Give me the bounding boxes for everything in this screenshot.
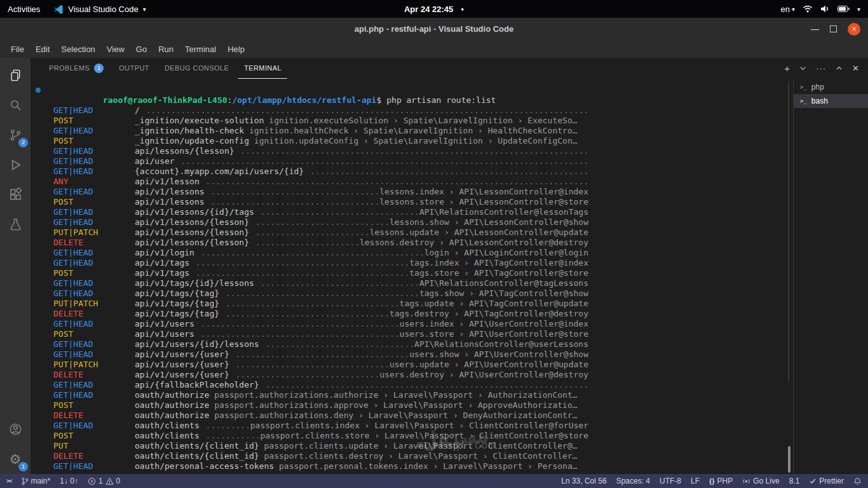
route-action: tags.show › API\TagController@show (419, 288, 588, 299)
vscode-logo-icon (54, 4, 64, 14)
maximize-panel-chevron-icon[interactable] (836, 65, 843, 72)
terminal-profile-chevron-icon[interactable] (799, 65, 806, 72)
eol-indicator[interactable]: LF (691, 477, 700, 485)
route-method: PUT (53, 441, 135, 451)
route-row: GET|HEADapi/v1/tags/{id}/lessons .......… (53, 278, 588, 288)
route-dots: ........................................… (200, 431, 261, 441)
route-method: POST (53, 116, 135, 126)
menu-run[interactable]: Run (153, 43, 179, 56)
route-action: API\RelationsController@userLessons (414, 339, 588, 349)
terminal-scrollbar-thumb[interactable] (788, 446, 790, 473)
panel-tab-problems[interactable]: PROBLEMS1 (43, 58, 109, 79)
manage-gear-icon[interactable]: ⚙ 1 (0, 444, 31, 474)
more-actions-icon[interactable]: ··· (816, 64, 826, 73)
route-dots: ........................................… (219, 309, 390, 319)
panel-tab-debug-console[interactable]: DEBUG CONSOLE (159, 58, 234, 79)
bell-icon (853, 477, 862, 485)
wifi-icon[interactable] (803, 5, 813, 13)
terminal-list-item-bash[interactable]: >_bash (794, 94, 868, 108)
activities-button[interactable]: Activities (8, 4, 40, 14)
route-row: GET|HEADoauth/personal-access-tokens pas… (53, 461, 588, 471)
terminal-prompt-line: raoof@raoof-ThinkPad-L450:/opt/lampp/htd… (43, 85, 793, 95)
route-uri: api/v1/users/{user} (135, 370, 229, 380)
system-menu-chevron-icon[interactable]: ▾ (857, 6, 860, 13)
language-mode-indicator[interactable]: {} PHP (709, 477, 733, 485)
route-row: GET|HEADapi/{fallbackPlaceholder} ......… (53, 380, 588, 390)
app-indicator[interactable]: Visual Studio Code ▾ (54, 4, 146, 14)
keyboard-layout-indicator[interactable]: en ▾ (780, 4, 795, 14)
indentation-indicator[interactable]: Spaces: 4 (616, 477, 650, 485)
minimize-button[interactable]: — (811, 26, 819, 32)
route-action: passport.authorizations.approve › Larave… (209, 400, 577, 410)
route-dots: ........................................… (229, 370, 380, 380)
route-dots: ........................................… (205, 197, 380, 207)
chevron-down-icon: ▾ (143, 6, 146, 13)
maximize-button[interactable] (830, 25, 837, 32)
route-uri: oauth/clients (135, 431, 200, 441)
explorer-icon[interactable] (0, 60, 31, 90)
menu-file[interactable]: File (5, 43, 30, 56)
accounts-icon[interactable] (0, 414, 31, 444)
terminal-output[interactable]: raoof@raoof-ThinkPad-L450:/opt/lampp/htd… (31, 79, 793, 474)
route-uri: api/v1/users/{user} (135, 349, 229, 360)
git-branch-indicator[interactable]: main* (22, 477, 51, 485)
menu-terminal[interactable]: Terminal (179, 43, 222, 56)
php-version-indicator[interactable]: 8.1 (789, 477, 800, 485)
route-dots: ........................................… (249, 217, 390, 227)
menu-selection[interactable]: Selection (55, 43, 100, 56)
menu-go[interactable]: Go (130, 43, 153, 56)
route-method: GET|HEAD (53, 461, 135, 471)
route-uri: api/{fallbackPlaceholder} (135, 380, 259, 390)
terminal-list-item-php[interactable]: >_php (794, 80, 868, 94)
route-method: GET|HEAD (53, 146, 135, 156)
route-row: POSToauth/authorize passport.authorizati… (53, 400, 588, 410)
close-panel-icon[interactable]: ✕ (852, 64, 859, 73)
sync-counts: 1↓ 0↑ (60, 477, 78, 485)
app-indicator-label: Visual Studio Code (68, 4, 138, 14)
new-terminal-button[interactable]: + (784, 63, 790, 74)
menu-help[interactable]: Help (222, 43, 250, 56)
notification-dot: ● (461, 6, 464, 12)
problems-indicator[interactable]: 1 0 (88, 477, 120, 485)
battery-icon[interactable] (837, 6, 850, 12)
panel-tab-terminal[interactable]: TERMINAL (238, 58, 287, 79)
panel-tab-label: OUTPUT (119, 64, 149, 72)
command-decoration-dot[interactable] (36, 88, 41, 93)
terminal-icon: >_ (800, 84, 807, 90)
close-button[interactable]: × (848, 23, 860, 36)
menu-view[interactable]: View (101, 43, 130, 56)
terminal-scrollbar-track[interactable] (788, 81, 789, 381)
bottom-panel: PROBLEMS1OUTPUTDEBUG CONSOLETERMINAL + ·… (31, 58, 868, 474)
git-sync-indicator[interactable]: 1↓ 0↑ (60, 477, 78, 485)
volume-icon[interactable] (820, 5, 830, 13)
prettier-indicator[interactable]: Prettier (809, 477, 844, 485)
route-dots: ........................................… (254, 278, 419, 288)
braces-icon: {} (709, 477, 715, 485)
terminal-label: bash (811, 97, 828, 105)
extensions-icon[interactable] (0, 180, 31, 210)
run-debug-icon[interactable] (0, 150, 31, 180)
route-method: POST (53, 400, 135, 410)
branch-name: main* (31, 477, 51, 485)
route-uri: api/v1/login (135, 248, 194, 258)
route-action: tags.destroy › API\TagController@destroy (390, 309, 588, 319)
route-dots: ........................................… (194, 329, 400, 339)
clock[interactable]: Apr 24 22:45 ● (404, 0, 464, 18)
route-dots: ........................................… (200, 421, 250, 431)
testing-icon[interactable] (0, 210, 31, 240)
go-live-button[interactable]: Go Live (742, 477, 779, 485)
remote-indicator[interactable]: >< (6, 478, 12, 484)
source-control-icon[interactable]: 2 (0, 120, 31, 150)
notifications-bell[interactable] (853, 477, 862, 485)
encoding-indicator[interactable]: UTF-8 (660, 477, 681, 485)
warning-count: 0 (116, 477, 121, 485)
menu-edit[interactable]: Edit (30, 43, 55, 56)
window-titlebar[interactable]: api.php - restful-api - Visual Studio Co… (0, 18, 868, 40)
keyboard-layout-label: en (780, 4, 789, 14)
cursor-position-indicator[interactable]: Ln 33, Col 56 (561, 477, 606, 485)
route-uri: api/v1/lessons (135, 197, 205, 207)
panel-tab-output[interactable]: OUTPUT (113, 58, 155, 79)
panel-tab-label: DEBUG CONSOLE (165, 64, 229, 72)
search-icon[interactable] (0, 90, 31, 120)
route-row: POSTapi/v1/users .......................… (53, 329, 588, 339)
